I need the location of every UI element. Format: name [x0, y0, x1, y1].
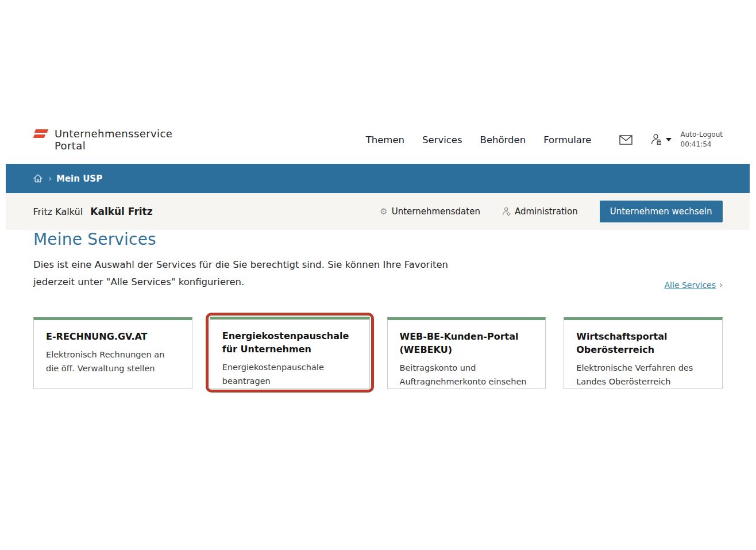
auto-logout-label: Auto-Logout	[681, 130, 723, 140]
service-card-erechnung[interactable]: E-RECHNUNG.GV.AT Elektronisch Rechnungen…	[33, 317, 192, 389]
gear-icon: ⚙	[380, 207, 387, 216]
service-card-title: E-RECHNUNG.GV.AT	[46, 330, 180, 343]
page: Unternehmensservice Portal Themen Servic…	[0, 0, 756, 389]
service-cards: E-RECHNUNG.GV.AT Elektronisch Rechnungen…	[33, 317, 723, 389]
user-bar-actions: ⚙ Unternehmensdaten Administration Unter…	[380, 201, 722, 222]
chevron-down-icon	[666, 138, 672, 141]
service-card-title: WEB-BE-Kunden-Portal (WEBEKU)	[400, 330, 534, 356]
auto-logout: Auto-Logout 00:41:54	[681, 130, 723, 149]
nav-formulare[interactable]: Formulare	[543, 134, 591, 145]
intro-line1: Dies ist eine Auswahl der Services für d…	[33, 256, 470, 274]
home-icon[interactable]	[33, 174, 43, 183]
service-card-webeku[interactable]: WEB-BE-Kunden-Portal (WEBEKU) Beitragsko…	[387, 317, 546, 389]
link-administration[interactable]: Administration	[502, 206, 578, 217]
service-card-energiekostenpauschale[interactable]: Energiekostenpauschale für Unternehmen E…	[210, 317, 370, 389]
person-gear-icon	[502, 207, 511, 216]
site-header: Unternehmensservice Portal Themen Servic…	[33, 128, 723, 152]
header-right: Themen Services Behörden Formulare	[366, 130, 723, 149]
nav-services[interactable]: Services	[422, 134, 462, 145]
service-card-title: Energiekostenpauschale für Unternehmen	[222, 329, 357, 356]
brand-line2: Portal	[55, 140, 86, 152]
link-unternehmensdaten-label: Unternehmensdaten	[392, 206, 480, 217]
mail-icon[interactable]	[619, 135, 632, 145]
service-card-description: Elektronische Verfahren des Landes Oberö…	[576, 361, 710, 389]
intro-section: Dies ist eine Auswahl der Services für d…	[33, 256, 723, 291]
austria-flag-icon	[33, 129, 47, 139]
service-card-description: Beitragskonto und Auftragnehmerkonto ein…	[400, 361, 534, 389]
service-card-description: Elektronisch Rechnungen an die öff. Verw…	[46, 348, 180, 375]
main-content: Meine Services Dies ist eine Auswahl der…	[33, 230, 723, 389]
breadcrumb-bar: › Mein USP	[6, 164, 750, 193]
chevron-right-icon: ›	[719, 280, 723, 290]
breadcrumb-separator: ›	[48, 174, 52, 184]
switch-company-button[interactable]: Unternehmen wechseln	[600, 201, 723, 222]
service-card-wirtschaftsportal[interactable]: Wirtschaftsportal Oberösterreich Elektro…	[564, 317, 723, 389]
brand-logo[interactable]: Unternehmensservice Portal	[33, 128, 172, 152]
nav-behoerden[interactable]: Behörden	[480, 134, 526, 145]
link-unternehmensdaten[interactable]: ⚙ Unternehmensdaten	[380, 206, 480, 217]
page-title: Meine Services	[33, 230, 723, 249]
service-card-title: Wirtschaftsportal Oberösterreich	[576, 330, 710, 356]
brand-title: Unternehmensservice Portal	[55, 128, 172, 152]
highlight-border: Energiekostenpauschale für Unternehmen E…	[206, 313, 374, 393]
user-names: Fritz Kalkül Kalkül Fritz	[33, 206, 153, 217]
breadcrumb-current: Mein USP	[56, 174, 102, 184]
person-lock-icon	[650, 133, 662, 146]
account-menu[interactable]	[650, 133, 672, 146]
service-card-description: Energiekostenpauschale beantragen	[222, 361, 357, 388]
user-name: Fritz Kalkül	[33, 206, 83, 217]
intro-line2: jederzeit unter "Alle Services" konfigur…	[33, 274, 470, 291]
nav-themen[interactable]: Themen	[366, 134, 404, 145]
all-services-link[interactable]: Alle Services ›	[665, 280, 723, 290]
link-administration-label: Administration	[515, 206, 578, 217]
auto-logout-timer: 00:41:54	[681, 140, 723, 149]
company-name: Kalkül Fritz	[90, 206, 152, 217]
top-navigation: Themen Services Behörden Formulare	[366, 134, 592, 145]
brand-line1: Unternehmensservice	[55, 128, 172, 140]
user-bar: Fritz Kalkül Kalkül Fritz ⚙ Unternehmens…	[6, 193, 750, 230]
all-services-label: Alle Services	[665, 280, 716, 290]
